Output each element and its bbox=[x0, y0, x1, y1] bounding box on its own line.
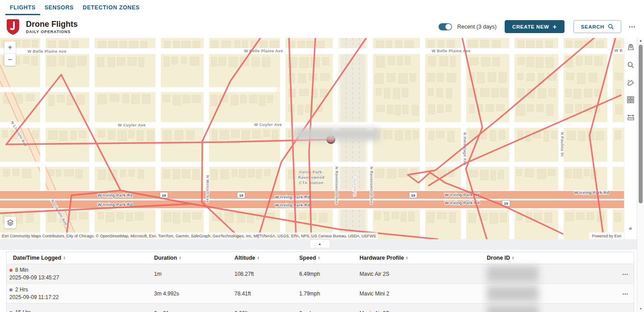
page-title: Drone Flights bbox=[26, 20, 78, 29]
flight-altitude: 0.00ft bbox=[228, 304, 293, 312]
flight-duration: 1m bbox=[148, 264, 228, 283]
route-19-shield: 19 bbox=[162, 194, 166, 198]
tab-flights[interactable]: FLIGHTS bbox=[5, 0, 40, 15]
sort-icon: ▴▾ bbox=[63, 256, 65, 260]
sort-icon: ▴▾ bbox=[512, 256, 514, 260]
collapse-table-handle[interactable]: ▲ bbox=[310, 240, 330, 248]
search-button[interactable]: SEARCH bbox=[573, 20, 621, 33]
basemap-gallery-icon[interactable] bbox=[626, 95, 636, 105]
page-subtitle: DAILY OPERATIONS bbox=[26, 30, 78, 34]
flights-table: Date/Time Logged▴▾Duration▴▾Altitude▴▾Sp… bbox=[6, 252, 634, 312]
column-header-drone-id[interactable]: Drone ID▴▾ bbox=[481, 252, 608, 264]
column-header-duration[interactable]: Duration▴▾ bbox=[148, 252, 228, 264]
layers-icon bbox=[7, 219, 14, 226]
flight-timestamp: 2025-09-09 13:45:27 bbox=[9, 274, 59, 281]
drone-id-redacted bbox=[487, 305, 539, 312]
drone-id-redacted bbox=[487, 266, 539, 282]
table-gap-strip: ▲ bbox=[0, 239, 637, 250]
bookmarks-icon[interactable] bbox=[626, 42, 636, 52]
row-more-menu[interactable]: ⋯ bbox=[608, 304, 634, 312]
column-header-label: Date/Time Logged bbox=[13, 255, 61, 261]
table-body: 8 Min2025-09-09 13:45:271m108.27ft6.49mp… bbox=[7, 264, 634, 312]
app-logo-shield-icon bbox=[6, 19, 20, 35]
street-label: W Cuyler Ave bbox=[118, 123, 146, 127]
flights-table-area: Date/Time Logged▴▾Duration▴▾Altitude▴▾Sp… bbox=[0, 250, 637, 312]
flight-age: 15 Hrs bbox=[15, 309, 31, 312]
zoom-in-button[interactable]: + bbox=[4, 42, 16, 54]
flight-speed: 6.49mph bbox=[293, 264, 353, 283]
tab-detection-zones[interactable]: DETECTION ZONES bbox=[78, 0, 144, 15]
column-header-speed[interactable]: Speed▴▾ bbox=[293, 252, 353, 264]
street-label: N Hermitage Ave bbox=[463, 132, 467, 165]
create-new-label: CREATE NEW bbox=[512, 24, 549, 30]
column-header-label: Altitude bbox=[234, 255, 255, 261]
street-label: W Irving Park Rd bbox=[275, 203, 310, 207]
column-header-label: Speed bbox=[299, 255, 316, 261]
collapse-tools-button[interactable]: « bbox=[624, 225, 637, 232]
page-title-block: Drone Flights DAILY OPERATIONS bbox=[26, 20, 78, 34]
scroll-down-arrow-icon[interactable]: ▼ bbox=[637, 307, 644, 310]
table-header-row: Date/Time Logged▴▾Duration▴▾Altitude▴▾Sp… bbox=[7, 252, 634, 264]
scrollbar-thumb[interactable] bbox=[639, 45, 643, 203]
flight-age-dot bbox=[9, 288, 13, 291]
plus-icon: + bbox=[552, 23, 556, 30]
street-label: W Irving Park Rd bbox=[98, 193, 133, 198]
cta-station-label: CTA Station bbox=[299, 181, 324, 185]
flight-duration: 3m 4.992s bbox=[148, 284, 228, 303]
create-new-button[interactable]: CREATE NEW + bbox=[505, 20, 565, 33]
search-icon bbox=[608, 24, 614, 30]
column-header-label: Duration bbox=[154, 255, 177, 261]
flight-age: 8 Min bbox=[15, 267, 28, 273]
top-tab-bar: FLIGHTS SENSORS DETECTION ZONES bbox=[0, 0, 644, 15]
zoom-out-button[interactable]: − bbox=[4, 54, 16, 66]
sort-icon: ▴▾ bbox=[406, 256, 408, 260]
map-zoom-control: + − bbox=[4, 42, 16, 66]
recent-toggle-label: Recent (3 days) bbox=[457, 24, 497, 30]
row-more-menu[interactable]: ⋯ bbox=[608, 264, 634, 283]
search-label: SEARCH bbox=[581, 24, 604, 30]
street-label: N Paulina St bbox=[560, 132, 565, 156]
table-row[interactable]: 2 Hrs2025-09-09 11:17:223m 4.992s78.41ft… bbox=[7, 284, 634, 304]
sketch-icon[interactable] bbox=[626, 77, 636, 87]
page-scrollbar[interactable]: ▲ ▼ bbox=[637, 38, 644, 312]
street-label: W Irving Park Rd bbox=[445, 201, 480, 205]
column-header-label: Drone ID bbox=[487, 255, 510, 261]
row-more-menu[interactable]: ⋯ bbox=[608, 284, 634, 303]
street-label: W B bbox=[615, 48, 623, 53]
route-19-shield: 19 bbox=[504, 202, 508, 206]
street-label: N Ravenswood Ave bbox=[335, 167, 339, 205]
street-label: N Wolcott Ave bbox=[205, 175, 210, 203]
drone-flights-app: FLIGHTS SENSORS DETECTION ZONES Drone Fl… bbox=[0, 0, 644, 312]
tab-sensors[interactable]: SENSORS bbox=[40, 0, 78, 15]
scroll-up-arrow-icon[interactable]: ▲ bbox=[637, 39, 644, 42]
search-icon[interactable] bbox=[626, 60, 636, 70]
flight-hardware: Mavic Air 2S bbox=[353, 304, 481, 312]
street-label: N Ravenswood Ave bbox=[369, 167, 374, 205]
route-19-shield: 19 bbox=[411, 194, 415, 198]
street-label: W Irving Park Rd bbox=[574, 190, 609, 195]
street-label: W Irving Park Rd bbox=[275, 195, 310, 199]
measure-icon[interactable] bbox=[626, 112, 636, 122]
table-row[interactable]: 8 Min2025-09-09 13:45:271m108.27ft6.49mp… bbox=[7, 264, 634, 284]
sort-icon: ▴▾ bbox=[258, 256, 259, 260]
street-label: W Irving Park Rd bbox=[98, 202, 133, 207]
flight-hardware: Mavic Air 2S bbox=[353, 264, 481, 283]
powered-by-esri: Powered by Esri bbox=[589, 232, 624, 239]
sort-icon: ▴▾ bbox=[318, 256, 320, 260]
header-more-menu[interactable]: ⋯ bbox=[627, 22, 638, 31]
flight-duration: 3m 31s bbox=[148, 304, 228, 312]
flight-speed: 1.79mph bbox=[293, 284, 353, 303]
map-canvas[interactable]: W Belle Plaine AveW Belle Plaine AveW Be… bbox=[0, 38, 624, 239]
column-header-hardware-profile[interactable]: Hardware Profile▴▾ bbox=[353, 252, 481, 264]
cta-station-label: Irving Park- bbox=[299, 170, 323, 174]
recent-toggle[interactable] bbox=[439, 23, 452, 30]
flight-altitude: 108.27ft bbox=[228, 264, 293, 283]
column-header-date-time-logged[interactable]: Date/Time Logged▴▾ bbox=[7, 252, 148, 264]
cta-station-label: Ravenswood bbox=[298, 175, 325, 180]
sort-icon: ▴▾ bbox=[179, 256, 181, 260]
table-row[interactable]: 15 Hrs3m 31s0.00ft0mphMavic Air 2S⋯ bbox=[7, 304, 634, 312]
map-redaction-blur bbox=[295, 128, 380, 140]
column-header-altitude[interactable]: Altitude▴▾ bbox=[228, 252, 293, 264]
layers-button[interactable] bbox=[4, 217, 16, 228]
flight-altitude: 78.41ft bbox=[228, 284, 293, 303]
